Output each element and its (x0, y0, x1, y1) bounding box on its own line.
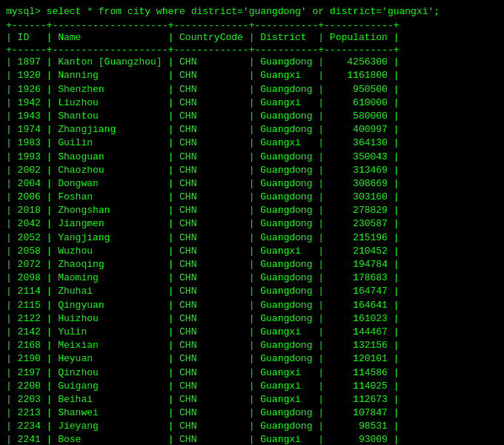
table-row: | 2142 | Yulin | CHN | Guangxi | 144467 … (6, 326, 498, 339)
table-row: | 2072 | Zhaoqing | CHN | Guangdong | 19… (6, 258, 498, 271)
table-row: | 2213 | Shanwei | CHN | Guangdong | 107… (6, 406, 498, 420)
table-row: | 2052 | Yangjiang | CHN | Guangdong | 2… (6, 231, 498, 245)
table-header: | ID | Name | CountryCode | District | P… (6, 31, 498, 44)
table-row: | 2004 | Dongwan | CHN | Guangdong | 308… (6, 177, 498, 191)
table-row: | 1983 | Guilin | CHN | Guangxi | 364130… (6, 136, 498, 150)
sql-command: mysql> select * from city where district… (6, 6, 498, 17)
separator-top: +------+--------------------+-----------… (6, 20, 498, 31)
table-row: | 2098 | Maoming | CHN | Guangdong | 178… (6, 271, 498, 285)
table-row: | 2197 | Qinzhou | CHN | Guangxi | 11458… (6, 366, 498, 380)
table-row: | 1926 | Shenzhen | CHN | Guangdong | 95… (6, 83, 498, 96)
separator-mid: +------+--------------------+-----------… (6, 44, 498, 56)
table-row: | 1943 | Shantou | CHN | Guangdong | 580… (6, 110, 498, 123)
table-row: | 1974 | Zhangjiang | CHN | Guangdong | … (6, 123, 498, 136)
table-row: | 1993 | Shaoguan | CHN | Guangdong | 35… (6, 151, 498, 164)
table-row: | 1920 | Nanning | CHN | Guangxi | 11618… (6, 69, 498, 82)
table-row: | 1897 | Kanton [Guangzhou] | CHN | Guan… (6, 56, 498, 69)
table-row: | 2190 | Heyuan | CHN | Guangdong | 1201… (6, 352, 498, 366)
table-row: | 1942 | Liuzhou | CHN | Guangxi | 61000… (6, 96, 498, 110)
table-row: | 2234 | Jieyang | CHN | Guangdong | 985… (6, 420, 498, 433)
table-row: | 2122 | Huizhou | CHN | Guangdong | 161… (6, 312, 498, 326)
table-row: | 2200 | Guigang | CHN | Guangxi | 11402… (6, 380, 498, 393)
terminal-window: mysql> select * from city where district… (6, 6, 498, 445)
table-row: | 2002 | Chaozhou | CHN | Guangdong | 31… (6, 164, 498, 177)
table-row: | 2115 | Qingyuan | CHN | Guangdong | 16… (6, 299, 498, 312)
table-row: | 2018 | Zhongshan | CHN | Guangdong | 2… (6, 204, 498, 217)
table-row: | 2006 | Foshan | CHN | Guangdong | 3031… (6, 191, 498, 204)
table-row: | 2114 | Zhuhai | CHN | Guangdong | 1647… (6, 285, 498, 298)
table-body: | 1897 | Kanton [Guangzhou] | CHN | Guan… (6, 56, 498, 445)
results-table: +------+--------------------+-----------… (6, 20, 498, 445)
table-row: | 2042 | Jiangmen | CHN | Guangdong | 23… (6, 217, 498, 231)
table-row: | 2241 | Bose | CHN | Guangxi | 93009 | (6, 433, 498, 445)
table-row: | 2058 | Wuzhou | CHN | Guangxi | 210452… (6, 245, 498, 258)
table-row: | 2168 | Meixian | CHN | Guangdong | 132… (6, 339, 498, 352)
table-row: | 2203 | Beihai | CHN | Guangxi | 112673… (6, 393, 498, 406)
